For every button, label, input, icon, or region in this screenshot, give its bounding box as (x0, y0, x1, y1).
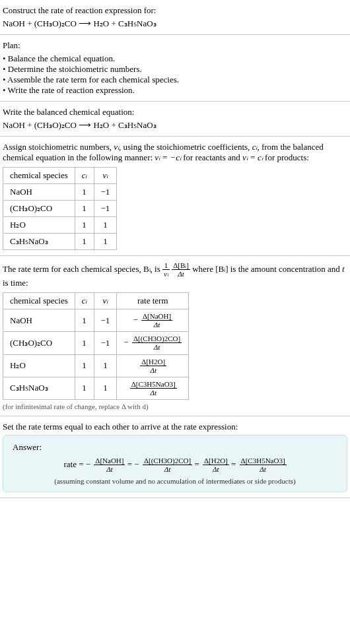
frac-num: Δ[C3H5NaO3] (240, 457, 287, 465)
answer-box: Answer: rate = − Δ[NaOH] Δt = − Δ[(CH3O)… (3, 435, 347, 492)
plan-section: Plan: Balance the chemical equation. Det… (0, 35, 350, 102)
cell-ci: 1 (75, 217, 94, 234)
rate-frac: Δ[C3H5NaO3] Δt (130, 380, 177, 397)
cell-nui: 1 (94, 354, 117, 377)
nu-i: νᵢ (114, 142, 119, 152)
rate-frac: Δ[H2O] Δt (140, 358, 166, 374)
rate-label: rate = (63, 459, 85, 469)
answer-label: Answer: (13, 442, 337, 453)
cell-rate-term: − Δ[(CH3O)2CO] Δt (117, 332, 189, 354)
frac-num: Δ[Bᵢ] (172, 261, 190, 270)
frac-num: Δ[H2O] (140, 358, 166, 366)
frac-den: Δt (203, 465, 229, 473)
cell-species: H₂O (3, 217, 75, 234)
plan-item: Determine the stoichiometric numbers. (3, 64, 347, 75)
frac-den: Δt (132, 343, 182, 351)
table-header-row: chemical species cᵢ νᵢ (3, 168, 117, 184)
cell-ci: 1 (75, 377, 94, 399)
cell-ci: 1 (75, 234, 94, 250)
cell-rate-term: Δ[H2O] Δt (117, 354, 189, 377)
cell-nui: 1 (94, 217, 117, 234)
col-ci: cᵢ (75, 293, 94, 309)
rateterm-table: chemical species cᵢ νᵢ rate term NaOH 1 … (3, 292, 189, 400)
stoich-intro: Assign stoichiometric numbers, νᵢ, using… (3, 142, 347, 163)
construct-equation: NaOH + (CH₃O)₂CO ⟶ H₂O + C₃H₅NaO₃ (3, 18, 347, 29)
frac-den: Δt (172, 270, 190, 278)
table-row: (CH₃O)₂CO 1 −1 (3, 201, 117, 217)
table-row: (CH₃O)₂CO 1 −1 − Δ[(CH3O)2CO] Δt (3, 332, 189, 354)
rateterm-section: The rate term for each chemical species,… (0, 256, 350, 416)
cell-species: NaOH (3, 309, 75, 332)
frac-num: Δ[NaOH] (141, 312, 172, 321)
construct-section: Construct the rate of reaction expressio… (0, 0, 350, 35)
cell-species: (CH₃O)₂CO (3, 332, 75, 354)
nu-eq-prod: νᵢ = cᵢ (242, 152, 263, 162)
table-row: H₂O 1 1 Δ[H2O] Δt (3, 354, 189, 377)
frac-den: νᵢ (162, 270, 170, 278)
rate-frac: Δ[(CH3O)2CO] Δt (143, 457, 192, 473)
sign: − (123, 337, 128, 347)
construct-title: Construct the rate of reaction expressio… (3, 5, 347, 16)
answer-note: (assuming constant volume and no accumul… (13, 477, 337, 485)
plan-list: Balance the chemical equation. Determine… (3, 53, 347, 96)
frac-num: Δ[NaOH] (94, 457, 125, 465)
col-ci: cᵢ (75, 168, 94, 184)
table-row: C₃H₅NaO₃ 1 1 Δ[C3H5NaO3] Δt (3, 377, 189, 399)
cell-rate-term: − Δ[NaOH] Δt (117, 309, 189, 332)
t-var: t (342, 264, 345, 274)
stoich-section: Assign stoichiometric numbers, νᵢ, using… (0, 137, 350, 256)
cell-nui: 1 (94, 234, 117, 250)
rate-frac: Δ[H2O] Δt (203, 457, 229, 473)
cell-ci: 1 (75, 201, 94, 217)
rateterm-intro: The rate term for each chemical species,… (3, 261, 347, 288)
frac-den: Δt (140, 366, 166, 374)
final-title: Set the rate terms equal to each other t… (3, 422, 347, 432)
frac-num: Δ[C3H5NaO3] (130, 380, 177, 389)
balanced-title: Write the balanced chemical equation: (3, 107, 347, 117)
cell-nui: −1 (94, 332, 117, 354)
stoich-table: chemical species cᵢ νᵢ NaOH 1 −1 (CH₃O)₂… (3, 167, 117, 250)
balanced-equation: NaOH + (CH₃O)₂CO ⟶ H₂O + C₃H₅NaO₃ (3, 120, 347, 131)
rate-frac-delta: Δ[Bᵢ] Δt (172, 261, 190, 278)
cell-rate-term: Δ[C3H5NaO3] Δt (117, 377, 189, 399)
table-row: NaOH 1 −1 − Δ[NaOH] Δt (3, 309, 189, 332)
plan-title: Plan: (3, 40, 347, 51)
frac-den: Δt (94, 465, 125, 473)
col-species: chemical species (3, 293, 75, 309)
balanced-section: Write the balanced chemical equation: Na… (0, 102, 350, 137)
cell-nui: 1 (94, 377, 117, 399)
eq-sep: = (194, 459, 201, 469)
frac-den: Δt (130, 389, 177, 397)
rate-frac: Δ[NaOH] Δt (94, 457, 125, 473)
cell-ci: 1 (75, 354, 94, 377)
sign: − (86, 459, 90, 469)
rateterm-text: The rate term for each chemical species,… (3, 264, 162, 274)
cell-species: (CH₃O)₂CO (3, 201, 75, 217)
rate-frac: Δ[C3H5NaO3] Δt (240, 457, 287, 473)
cell-ci: 1 (75, 309, 94, 332)
stoich-text: for products: (263, 152, 309, 162)
rate-frac: Δ[NaOH] Δt (141, 312, 172, 329)
plan-item: Assemble the rate term for each chemical… (3, 75, 347, 85)
stoich-text: Assign stoichiometric numbers, (3, 142, 114, 152)
frac-num: 1 (162, 261, 170, 270)
frac-num: Δ[H2O] (203, 457, 229, 465)
eq-sep: = (127, 459, 135, 469)
cell-ci: 1 (75, 332, 94, 354)
cell-ci: 1 (75, 184, 94, 201)
table-row: H₂O 1 1 (3, 217, 117, 234)
rate-frac: Δ[(CH3O)2CO] Δt (132, 335, 182, 351)
plan-item: Write the rate of reaction expression. (3, 85, 347, 96)
frac-den: Δt (240, 465, 287, 473)
rateterm-footnote: (for infinitesimal rate of change, repla… (3, 402, 347, 410)
plan-item: Balance the chemical equation. (3, 53, 347, 64)
nu-eq-react: νᵢ = −cᵢ (155, 152, 181, 162)
cell-species: C₃H₅NaO₃ (3, 377, 75, 399)
table-row: NaOH 1 −1 (3, 184, 117, 201)
final-section: Set the rate terms equal to each other t… (0, 416, 350, 498)
col-rate-term: rate term (117, 293, 189, 309)
col-nui: νᵢ (94, 293, 117, 309)
sign: − (133, 315, 137, 325)
stoich-text: , using the stoichiometric coefficients, (119, 142, 252, 152)
answer-expression: rate = − Δ[NaOH] Δt = − Δ[(CH3O)2CO] Δt … (13, 457, 337, 473)
